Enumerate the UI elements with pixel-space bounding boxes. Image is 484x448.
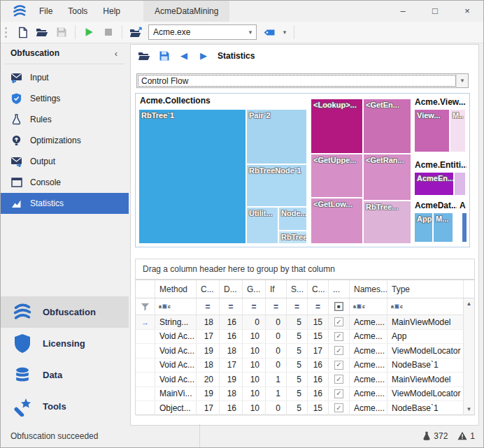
treemap-cell[interactable]: RbTreeNode`1	[247, 165, 306, 206]
column-header-s[interactable]: S...	[287, 280, 308, 298]
open-project-button[interactable]	[32, 23, 52, 41]
row-checkbox[interactable]: ✓	[329, 359, 350, 373]
treemap-cell[interactable]: RbTree...	[364, 201, 411, 243]
grid-scrollbar[interactable]: ▲ ▼	[463, 298, 474, 414]
collapse-sidebar-button[interactable]: ‹	[111, 48, 122, 59]
navigate-forward-button[interactable]: ▶	[194, 47, 213, 65]
sidebar-item-input[interactable]: Input	[1, 67, 129, 88]
filter-funnel-icon[interactable]	[136, 298, 155, 315]
sidebar-item-rules[interactable]: Rules	[1, 109, 129, 130]
treemap-cell[interactable]: <GetUppe...	[311, 154, 362, 197]
treemap-cell[interactable]	[462, 213, 467, 242]
filter-cell-equals[interactable]: =	[197, 298, 220, 315]
menu-file[interactable]: File	[31, 1, 60, 22]
treemap-cell[interactable]	[455, 173, 465, 195]
row-checkbox[interactable]: ✓	[329, 330, 350, 344]
treemap-cell[interactable]: <GetLow...	[311, 198, 362, 243]
cell-type: ViewModelLocator	[387, 344, 464, 358]
row-checkbox[interactable]: ✓	[329, 315, 350, 329]
filter-cell-equals[interactable]: =	[220, 298, 243, 315]
treemap-cell[interactable]: M...	[434, 213, 453, 242]
methods-counter[interactable]: 372	[422, 431, 448, 441]
sidebar-item-output[interactable]: Output	[1, 151, 129, 172]
section-obfuscation[interactable]: Obfuscation	[1, 296, 129, 328]
warnings-counter[interactable]: 1	[457, 431, 475, 441]
export-run-button[interactable]	[126, 23, 145, 41]
treemap-cell[interactable]: App	[415, 213, 432, 242]
row-checkbox[interactable]: ✓	[329, 344, 350, 358]
table-row[interactable]: Void Ac... 19 18 10 0 5 17 ✓ Acme.... Vi…	[136, 344, 474, 359]
section-licensing[interactable]: Licensing	[1, 328, 129, 359]
statistics-view-combobox[interactable]: Control Flow ▾	[136, 73, 469, 88]
scroll-down-icon[interactable]: ▼	[464, 406, 474, 412]
column-header-namespace[interactable]: Names...	[350, 280, 387, 298]
menu-help[interactable]: Help	[95, 1, 128, 22]
row-checkbox[interactable]: ✓	[329, 373, 350, 386]
column-header-method[interactable]: Method	[155, 280, 197, 298]
minimize-button[interactable]: –	[387, 1, 419, 22]
load-statistics-button[interactable]	[134, 47, 154, 65]
menu-tools[interactable]: Tools	[60, 1, 95, 22]
document-tab[interactable]: AcmeDataMining	[143, 1, 229, 22]
section-data[interactable]: Data	[1, 359, 129, 391]
save-statistics-button[interactable]	[154, 47, 174, 65]
lightbulb-up-icon	[10, 135, 22, 147]
treemap-cell[interactable]: Node...	[279, 208, 306, 230]
treemap-cell[interactable]: Utilit...	[247, 208, 278, 243]
column-header-checkbox[interactable]: ...	[329, 280, 350, 298]
treemap-cell[interactable]: AcmeEn...	[415, 173, 453, 195]
filter-cell-equals[interactable]: =	[287, 298, 308, 315]
group-by-panel[interactable]: Drag a column header here to group by th…	[135, 259, 475, 280]
table-row[interactable]: Void Ac... 17 16 10 0 5 15 ✓ Acme... App	[136, 330, 474, 345]
table-row[interactable]: MainVi... 19 18 10 1 5 16 ✓ Acme.... Vie…	[136, 387, 474, 402]
filter-cell-equals[interactable]: =	[266, 298, 287, 315]
new-project-button[interactable]	[13, 23, 32, 41]
treemap-cell[interactable]: RbTree	[279, 231, 306, 243]
filter-cell-checkbox[interactable]: ■	[329, 298, 350, 315]
scroll-up-icon[interactable]: ▲	[464, 301, 474, 307]
column-header-type[interactable]: Type	[387, 280, 464, 298]
treemap-cell[interactable]: <GetEn...	[364, 99, 411, 153]
column-header-d[interactable]: D...	[220, 280, 243, 298]
row-checkbox[interactable]: ✓	[329, 401, 350, 415]
stop-button[interactable]	[99, 23, 118, 41]
sidebar-item-label: Input	[30, 73, 49, 82]
filter-cell-equals[interactable]: =	[243, 298, 266, 315]
cell-method: Void Ac...	[155, 344, 197, 358]
sidebar-item-optimizations[interactable]: Optimizations	[1, 130, 129, 151]
sidebar-item-settings[interactable]: Settings	[1, 88, 129, 109]
tag-button[interactable]	[259, 23, 279, 41]
column-header-if[interactable]: If	[266, 280, 287, 298]
treemap-cell[interactable]: M..	[450, 110, 465, 152]
column-header-c2[interactable]: C...	[308, 280, 329, 298]
cell-value: 0	[266, 344, 287, 358]
column-header-g[interactable]: G...	[243, 280, 266, 298]
filter-cell-method[interactable]: aBc	[155, 298, 197, 315]
column-header-c1[interactable]: C...	[197, 280, 220, 298]
tag-dropdown-button[interactable]: ▾	[279, 23, 290, 41]
treemap-cell[interactable]: RbTree`1	[139, 110, 245, 243]
filter-cell-type[interactable]: aBc	[387, 298, 464, 315]
close-button[interactable]: ×	[451, 1, 483, 22]
treemap-cell[interactable]: <GetRan...	[364, 154, 411, 200]
navigate-back-button[interactable]: ◀	[174, 47, 194, 65]
table-row[interactable]: Void Ac... 20 19 10 1 5 16 ✓ Acme.... Ma…	[136, 373, 474, 387]
row-checkbox[interactable]: ✓	[329, 387, 350, 401]
filter-cell-namespace[interactable]: aBc	[350, 298, 387, 315]
section-tools[interactable]: Tools	[1, 391, 129, 422]
treemap-cell[interactable]: Pair`2	[247, 110, 306, 164]
table-row[interactable]: → String... 18 16 0 0 5 15 ✓ Acme.... Ma…	[136, 315, 474, 330]
table-row[interactable]: Object... 17 16 10 0 5 15 ✓ Acme.... Nod…	[136, 401, 474, 416]
target-assembly-combobox[interactable]: Acme.exe ▾	[148, 24, 257, 40]
treemap-cell[interactable]: <Lookup>...	[311, 99, 362, 153]
toolbar-grip[interactable]	[5, 27, 7, 38]
maximize-button[interactable]: □	[419, 1, 451, 22]
run-button[interactable]	[79, 23, 99, 41]
cell-value: 19	[220, 373, 243, 386]
sidebar-item-console[interactable]: Console	[1, 172, 129, 193]
table-row[interactable]: Void Ac... 18 17 10 0 5 16 ✓ Acme.... No…	[136, 359, 474, 373]
filter-cell-equals[interactable]: =	[308, 298, 329, 315]
sidebar-item-statistics[interactable]: Statistics	[1, 193, 129, 214]
save-project-button[interactable]	[52, 23, 71, 41]
treemap-cell[interactable]: View...	[415, 110, 449, 152]
